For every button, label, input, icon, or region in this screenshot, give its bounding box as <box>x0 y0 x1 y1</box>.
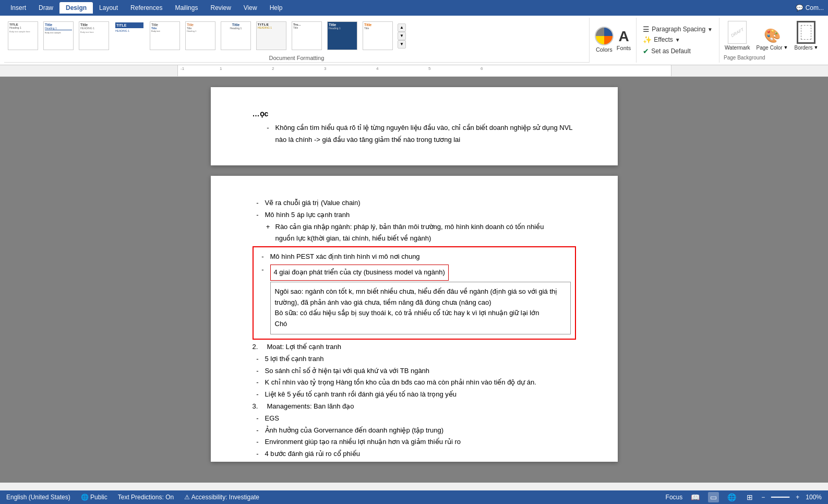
fourstage-box: 4 giai đoạn phát triển của cty (business… <box>270 265 449 281</box>
theme-item-4[interactable]: Title Title Body text <box>148 20 182 52</box>
ruler-mark-1: 1 <box>220 66 222 71</box>
ribbon-container: Insert Draw Design Layout References Mai… <box>0 0 828 65</box>
page1-content: …ọc - Không cần tìm hiểu quá rõ tỉ lệ từ… <box>253 108 576 146</box>
doc-formatting-label: Document Formatting <box>4 54 589 63</box>
dash-icon-5: - <box>253 354 263 365</box>
gallery-up-arrow[interactable]: ▲ <box>398 23 406 32</box>
theme-item-5[interactable]: Title Title Heading 1 <box>184 20 217 52</box>
effects-chevron: ▼ <box>675 37 680 43</box>
text-nvl-cont: nào là chính -> giá đầu vào tăng giảm th… <box>275 135 461 146</box>
theme-item-7[interactable]: TITLE HEADING 1 <box>255 20 288 52</box>
text-nvl: Không cần tìm hiểu quá rõ tỉ lệ từng ngu… <box>275 123 573 134</box>
bullet-raochan-cont: nguồn lực k(thời gian, tài chính, hiểu b… <box>253 233 576 244</box>
num-2: 2. <box>253 342 265 353</box>
theme-item-3[interactable]: TITLE HEADING 1 <box>113 20 146 52</box>
tab-insert[interactable]: Insert <box>4 2 32 14</box>
page-color-label: Page Color <box>757 45 783 51</box>
dash-icon-9: - <box>253 413 263 424</box>
text-pest: Mô hình PEST xác định tình hình vi mô nơ… <box>270 251 420 262</box>
fonts-icon: A <box>618 29 629 44</box>
dash-icon-8: - <box>253 389 263 400</box>
dash-icon-7: - <box>253 377 263 388</box>
gallery-down-arrow[interactable]: ▼ <box>398 32 406 40</box>
text-raochan: Rào cản gia nhập ngành: pháp lý, bản thâ… <box>275 222 544 233</box>
tab-view[interactable]: View <box>237 2 263 14</box>
dash-icon-12: - <box>253 449 263 460</box>
effects-label: Effects <box>654 36 673 43</box>
numbered-moat: 2. Moat: Lợi thế cạnh tranh <box>253 342 576 353</box>
tooltip-line-3: Bò sữa: có dấu hiệu sắp bị suy thoái k, … <box>275 308 566 319</box>
bullet-nvl: - Không cần tìm hiểu quá rõ tỉ lệ từng n… <box>253 123 576 134</box>
ruler-mark-4: 4 <box>376 66 378 71</box>
borders-button[interactable]: Borders ▼ <box>793 20 819 52</box>
effects-icon: ✨ <box>643 35 652 44</box>
ruler-mark-5: 5 <box>428 66 430 71</box>
borders-icon <box>797 21 815 44</box>
tab-design[interactable]: Design <box>59 2 93 14</box>
page2-content[interactable]: - Vẽ ra chuỗi giá trị (Value chain) - Mô… <box>253 198 576 460</box>
ruler-mark-2: 2 <box>272 66 274 71</box>
theme-gallery: TITLE Heading 1 Body text sample here Ti… <box>4 18 589 54</box>
text-egs: EGS <box>265 413 279 424</box>
tab-review[interactable]: Review <box>204 2 237 14</box>
page-color-icon: 🎨 <box>763 21 782 44</box>
comment-button[interactable]: 💬 Com... <box>796 4 824 11</box>
fonts-button[interactable]: A Fonts <box>617 29 631 51</box>
effects-button[interactable]: ✨ Effects ▼ <box>641 34 715 45</box>
tab-help[interactable]: Help <box>263 2 289 14</box>
paragraph-spacing-icon: ☰ <box>643 25 650 33</box>
page-bg-buttons: DRAFT Watermark 🎨 Page Color ▼ <box>724 20 819 52</box>
text-hangtondo: K chỉ nhìn vào tỷ trọng Hàng tồn kho của… <box>265 377 536 388</box>
tooltip-box: Ngôi sao: ngành còn tốt k, mn biết nhiều… <box>270 282 571 334</box>
gallery-scroll: ▲ ▼ ▼ <box>398 23 406 49</box>
watermark-button[interactable]: DRAFT Watermark <box>724 20 751 52</box>
paragraph-spacing-chevron: ▼ <box>707 27 713 32</box>
text-value-chain: Vẽ ra chuỗi giá trị (Value chain) <box>265 198 361 209</box>
paragraph-spacing-label: Paragraph Spacing <box>652 26 705 33</box>
gallery-more-arrow[interactable]: ▼ <box>398 40 406 49</box>
bullet-5loithe: - 5 lợi thế cạnh tranh <box>253 354 576 365</box>
page-color-button[interactable]: 🎨 Page Color ▼ <box>755 20 789 52</box>
colors-fonts-section: Colors A Fonts <box>589 18 637 63</box>
bullet-4giai: - 4 giai đoạn phát triển của cty (busine… <box>258 265 571 281</box>
theme-item-0[interactable]: TITLE Heading 1 Body text sample here <box>6 20 40 52</box>
doc-area[interactable]: …ọc - Không cần tìm hiểu quá rõ tỉ lệ từ… <box>0 77 828 483</box>
paragraph-section: ☰ Paragraph Spacing ▼ ✨ Effects ▼ ✔ Set … <box>637 18 719 63</box>
colors-label: Colors <box>596 46 613 53</box>
paragraph-spacing-button[interactable]: ☰ Paragraph Spacing ▼ <box>641 24 715 34</box>
theme-item-6[interactable]: Title Heading 1 <box>219 20 253 52</box>
doc-page-1[interactable]: …ọc - Không cần tìm hiểu quá rõ tỉ lệ từ… <box>211 87 618 165</box>
theme-item-10[interactable]: Title Title <box>361 20 394 52</box>
ruler-mark-neg1: -1 <box>181 66 184 71</box>
colors-button[interactable]: Colors <box>595 27 614 53</box>
watermark-icon: DRAFT <box>728 21 747 44</box>
theme-item-8[interactable]: Tru... Title <box>290 20 323 52</box>
text-sosanhchiso: So sánh chỉ số ở hiện tại với quá khứ và… <box>265 366 430 377</box>
bullet-sosanhchiso: - So sánh chỉ số ở hiện tại với quá khứ … <box>253 366 576 377</box>
dash-icon-4: - <box>258 265 268 275</box>
ruler: -1 1 2 3 4 5 6 <box>0 65 828 77</box>
theme-item-2[interactable]: Title HEADING 1 Body text here <box>77 20 111 52</box>
text-env: Environment giúp tạo ra nhiều lợi nhuận … <box>265 437 461 448</box>
dash-icon: - <box>263 123 273 134</box>
set-as-default-button[interactable]: ✔ Set as Default <box>641 46 715 56</box>
dash-icon-10: - <box>253 425 263 436</box>
bullet-hangtondo: - K chỉ nhìn vào tỷ trọng Hàng tồn kho c… <box>253 377 576 388</box>
tooltip-line-1: Ngôi sao: ngành còn tốt k, mn biết nhiều… <box>275 286 566 297</box>
tab-layout[interactable]: Layout <box>93 2 124 14</box>
text-moat: Moat: Lợi thế cạnh tranh <box>267 342 342 353</box>
colors-icon <box>595 27 614 45</box>
ruler-mark-3: 3 <box>324 66 326 71</box>
tab-references[interactable]: References <box>124 2 169 14</box>
theme-item-9[interactable]: Title Heading 1 <box>326 20 359 52</box>
text-4buoc: 4 bước đánh giá rủi ro cổ phiếu <box>265 449 360 460</box>
theme-item-1[interactable]: Title Heading 1 Body text sample <box>42 20 75 52</box>
checkmark-icon: ✔ <box>643 47 649 55</box>
tooltip-line-2: trường), đã phản ánh vào giá chưa, tiềm … <box>275 297 566 308</box>
ruler-inner: -1 1 2 3 4 5 6 <box>177 65 671 76</box>
tab-mailings[interactable]: Mailings <box>169 2 204 14</box>
doc-page-2[interactable]: - Vẽ ra chuỗi giá trị (Value chain) - Mô… <box>211 176 618 462</box>
ribbon-body: TITLE Heading 1 Body text sample here Ti… <box>0 16 828 65</box>
tab-draw[interactable]: Draw <box>32 2 59 14</box>
bullet-nvl-cont: nào là chính -> giá đầu vào tăng giảm th… <box>253 135 576 146</box>
